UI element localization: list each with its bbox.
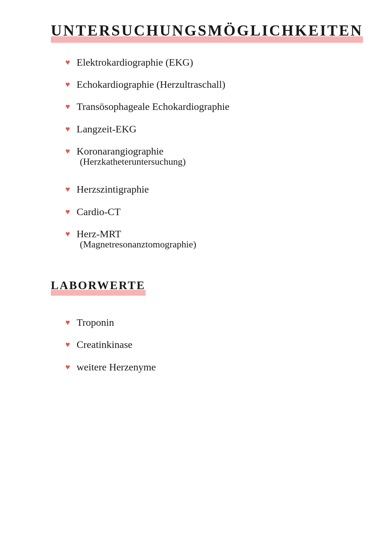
page-container: Untersuchungsmöglichkeiten ♥ Elektrokard… — [29, 22, 356, 374]
heart-icon: ♥ — [65, 229, 70, 240]
item-text: Langzeit-EKG — [77, 122, 136, 136]
item-text: Creatinkinase — [77, 337, 132, 352]
heart-icon: ♥ — [65, 79, 70, 90]
item-text: weitere Herzenyme — [77, 360, 156, 374]
heart-icon: ♥ — [65, 317, 70, 328]
sub-text: (Herzkatheteruntersuchung) — [80, 155, 186, 168]
laborwerte-list: ♥ Troponin ♥ Creatinkinase ♥ weitere Her… — [65, 315, 356, 374]
item-text: Herzszintigraphie — [77, 182, 149, 196]
list-item: ♥ Elektrokardiographie (EKG) — [65, 55, 356, 69]
heart-icon: ♥ — [65, 339, 70, 350]
list-item: ♥ Creatinkinase — [65, 337, 356, 352]
list-item: ♥ Echokardiographie (Herzultraschall) — [65, 77, 356, 91]
list-item: ♥ Herzszintigraphie — [65, 182, 356, 196]
section-untersuchung: Untersuchungsmöglichkeiten ♥ Elektrokard… — [51, 22, 356, 257]
list-item: ♥ Troponin — [65, 315, 356, 329]
list-item: ♥ Langzeit-EKG — [65, 122, 356, 136]
list-item: ♥ Herz-MRT (Magnetresonanztomographie) — [65, 227, 356, 257]
heart-icon: ♥ — [65, 57, 70, 68]
heart-icon: ♥ — [65, 184, 70, 195]
section-title-untersuchung: Untersuchungsmöglichkeiten — [51, 22, 363, 41]
heart-icon: ♥ — [65, 124, 70, 135]
heart-icon: ♥ — [65, 362, 70, 373]
list-item: ♥ Cardio-CT — [65, 205, 356, 219]
heart-icon: ♥ — [65, 206, 70, 218]
section-laborwerte: Laborwerte ♥ Troponin ♥ Creatinkinase ♥ … — [51, 279, 356, 374]
sub-text: (Magnetresonanztomographie) — [80, 238, 196, 251]
list-item: ♥ Transösophageale Echokardiographie — [65, 99, 356, 114]
untersuchung-list: ♥ Elektrokardiographie (EKG) ♥ Echokardi… — [65, 55, 356, 257]
section-title-laborwerte: Laborwerte — [51, 279, 146, 294]
item-text: Cardio-CT — [77, 205, 121, 219]
list-item: ♥ Koronarangiographie (Herzkatheterunter… — [65, 144, 356, 175]
item-text: Elektrokardiographie (EKG) — [77, 55, 193, 69]
heart-icon: ♥ — [65, 146, 70, 157]
list-item: ♥ weitere Herzenyme — [65, 360, 356, 374]
heart-icon: ♥ — [65, 101, 70, 112]
item-text: Echokardiographie (Herzultraschall) — [77, 77, 225, 91]
item-text: Troponin — [77, 315, 114, 329]
item-text: Transösophageale Echokardiographie — [77, 99, 229, 114]
